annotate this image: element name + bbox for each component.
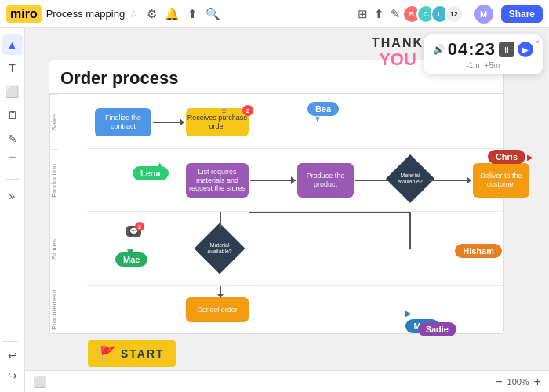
list-requires-node[interactable]: List requires materials and request the …: [186, 163, 249, 198]
timer-close[interactable]: ×: [535, 38, 540, 46]
timer-plus5[interactable]: +5m: [485, 61, 500, 70]
material-diamond-stores[interactable]: Material available?: [194, 223, 245, 274]
shape-tool[interactable]: ⬜: [2, 82, 23, 102]
page-icon[interactable]: ⬜: [33, 376, 46, 388]
sticky-note-tool[interactable]: 🗒: [2, 105, 23, 125]
more-tools[interactable]: »: [2, 186, 23, 206]
timer-top: 🔊 04:23 ⏸ ▶: [433, 39, 533, 60]
timer-pause-button[interactable]: ⏸: [499, 42, 514, 57]
sadie-cursor: Sadie: [418, 322, 456, 336]
cursor-mode-icon[interactable]: ⬆: [374, 7, 384, 21]
app-logo: miro: [6, 5, 42, 23]
select-tool[interactable]: ▲: [2, 34, 23, 55]
thank-you-line2: YOU: [372, 50, 424, 69]
undo-button[interactable]: ↩: [2, 345, 23, 365]
chat-bubble-icon[interactable]: 💬 2: [126, 226, 141, 237]
arrow-2: [250, 180, 296, 181]
timer-sound-icon[interactable]: 🔊: [433, 44, 445, 55]
lane-label-procurement: Procurement: [49, 286, 58, 333]
start-label: START: [121, 347, 165, 360]
chris-label: Chris: [488, 150, 525, 164]
zoom-out-button[interactable]: −: [495, 375, 502, 389]
start-flag-sticker[interactable]: 🚩 START: [88, 340, 176, 367]
timer-display: 04:23: [448, 39, 496, 60]
curve-tool[interactable]: ⌒: [2, 152, 23, 172]
lane-label-sales: Sales: [49, 94, 58, 149]
toolbar-icons: ⚙ 🔔 ⬆ 🔍: [147, 7, 220, 21]
toolbar-divider-2: [2, 341, 18, 342]
zoom-level: 100%: [507, 377, 529, 387]
bottombar: ⬜ − 100% +: [25, 370, 549, 392]
chris-cursor: Chris ▶: [488, 150, 525, 164]
receives-chat-icon: ≡: [222, 107, 227, 115]
right-icons: ⊞ ⬆ ✎ B C L 12 M Share: [358, 3, 543, 25]
share-button[interactable]: Share: [501, 5, 543, 23]
timer-bottom: -1m +5m: [466, 61, 500, 70]
redo-button[interactable]: ↪: [2, 365, 23, 386]
stores-lane: Material available? Mae ▶ 💬 2: [87, 212, 503, 286]
hisham-cursor: Hisham: [455, 244, 502, 258]
chat-badge: 2: [135, 222, 144, 231]
hisham-label: Hisham: [455, 244, 502, 258]
apps-grid-icon[interactable]: ⊞: [358, 7, 368, 21]
arrow-4: [429, 180, 471, 181]
notifications-icon[interactable]: 🔔: [165, 7, 180, 21]
pen-mode-icon[interactable]: ✎: [391, 7, 401, 21]
receives-badge: 2: [242, 105, 253, 116]
lanes-rows: Finalize the contract Receives purchase …: [87, 94, 503, 333]
toolbar-divider: [5, 179, 20, 180]
lane-label-stores: Stores: [49, 212, 58, 286]
search-icon[interactable]: 🔍: [205, 7, 220, 21]
mae-cursor: Mae ▶: [115, 252, 147, 267]
toolbar-bottom: ↩ ↪: [2, 338, 23, 386]
material-diamond-production[interactable]: Material available?: [386, 154, 434, 203]
avatar-count: 12: [445, 5, 464, 24]
upload-icon[interactable]: ⬆: [187, 7, 198, 21]
production-lane: List requires materials and request the …: [87, 149, 503, 212]
vert-line-right: [409, 212, 411, 249]
deliver-node[interactable]: Deliver to the customer: [473, 163, 529, 198]
favorite-icon[interactable]: ☆: [129, 8, 139, 20]
lanes-container: Sales Production Stores Procurement Fina…: [49, 93, 503, 333]
avatar-group[interactable]: B C L 12: [407, 5, 464, 24]
pen-tool[interactable]: ✎: [2, 129, 23, 149]
finalize-node[interactable]: Finalize the contract: [95, 108, 151, 136]
current-user-avatar: M: [473, 3, 495, 25]
vert-cancel-line: [220, 286, 221, 297]
canvas[interactable]: × 🔊 04:23 ⏸ ▶ -1m +5m THANK YOU Order pr…: [25, 28, 549, 392]
bea-cursor: Bea ▼: [307, 102, 339, 116]
receives-node[interactable]: Receives purchase order: [186, 108, 249, 136]
bea-label: Bea: [307, 102, 339, 116]
settings-icon[interactable]: ⚙: [147, 7, 157, 21]
flowchart: Order process Sales Production Stores Pr…: [49, 60, 504, 334]
lena-cursor: Lena ▲: [133, 166, 169, 180]
mae-label: Mae: [115, 252, 147, 267]
horiz-line-top: [249, 212, 409, 213]
timer-play-button[interactable]: ▶: [518, 42, 533, 57]
thank-you-sticker[interactable]: THANK YOU: [372, 36, 424, 69]
left-toolbar: ▲ T ⬜ 🗒 ✎ ⌒ » ↩ ↪: [0, 28, 25, 392]
sadie-label: Sadie: [418, 322, 456, 336]
timer-controls: ⏸ ▶: [499, 42, 533, 57]
lane-labels: Sales Production Stores Procurement: [49, 94, 87, 333]
zoom-controls: − 100% +: [495, 375, 541, 389]
doc-title[interactable]: Process mapping: [46, 8, 125, 20]
thank-you-line1: THANK: [372, 36, 424, 50]
lane-label-production: Production: [49, 149, 58, 212]
topbar: miro Process mapping ☆ ⚙ 🔔 ⬆ 🔍 ⊞ ⬆ ✎ B C…: [0, 0, 549, 28]
main-area: ▲ T ⬜ 🗒 ✎ ⌒ » ↩ ↪ × 🔊 04:23 ⏸ ▶: [0, 28, 549, 392]
produce-node[interactable]: Produce the product: [297, 163, 354, 198]
arrow-1: [153, 122, 184, 123]
vert-line-left: [220, 212, 221, 230]
timer-minus1[interactable]: -1m: [466, 61, 479, 70]
timer-widget: × 🔊 04:23 ⏸ ▶ -1m +5m: [424, 34, 543, 74]
sales-lane: Finalize the contract Receives purchase …: [87, 94, 503, 149]
text-tool[interactable]: T: [2, 58, 23, 78]
zoom-in-button[interactable]: +: [534, 375, 541, 389]
